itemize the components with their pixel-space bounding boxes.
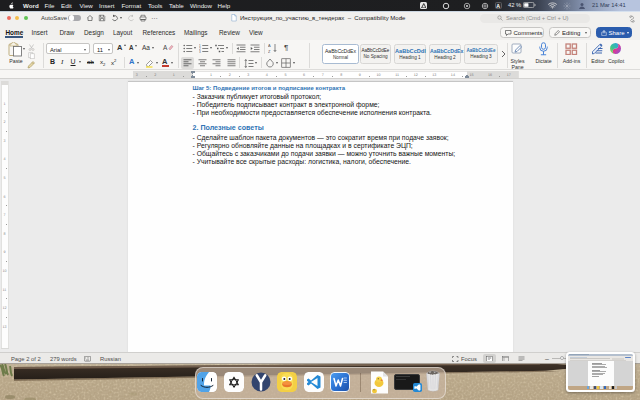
svg-text:3: 3	[3, 139, 5, 143]
svg-text:12: 12	[2, 306, 6, 310]
svg-text:1: 1	[3, 102, 5, 106]
svg-text:Z: Z	[268, 49, 271, 54]
svg-text:16: 16	[488, 72, 492, 76]
svg-text:3: 3	[199, 50, 201, 53]
svg-text:15: 15	[469, 72, 473, 76]
svg-text:8: 8	[340, 72, 342, 76]
svg-text:4: 4	[3, 157, 5, 161]
svg-text:3: 3	[247, 72, 249, 76]
svg-text:4: 4	[266, 72, 268, 76]
svg-text:7: 7	[322, 72, 324, 76]
svg-text:13: 13	[2, 325, 6, 329]
svg-text:13: 13	[432, 72, 436, 76]
svg-text:2: 2	[154, 72, 156, 76]
svg-text:12: 12	[414, 72, 418, 76]
svg-text:6: 6	[3, 195, 5, 199]
svg-text:10: 10	[376, 72, 380, 76]
svg-text:1: 1	[173, 72, 175, 76]
svg-text:11: 11	[3, 288, 7, 292]
svg-text:9: 9	[3, 250, 5, 254]
svg-text:11: 11	[395, 72, 399, 76]
svg-text:7: 7	[3, 213, 5, 217]
svg-text:17: 17	[507, 72, 511, 76]
svg-text:3: 3	[136, 72, 138, 76]
svg-text:1: 1	[210, 72, 212, 76]
svg-text:10: 10	[2, 269, 6, 273]
svg-text:6: 6	[303, 72, 305, 76]
svg-text:5: 5	[3, 176, 5, 180]
svg-text:5: 5	[284, 72, 286, 76]
svg-text:9: 9	[359, 72, 361, 76]
svg-text:8: 8	[3, 232, 5, 236]
svg-text:A: A	[268, 43, 271, 48]
svg-text:2: 2	[229, 72, 231, 76]
svg-text:14: 14	[451, 72, 455, 76]
svg-text:2: 2	[3, 120, 5, 124]
